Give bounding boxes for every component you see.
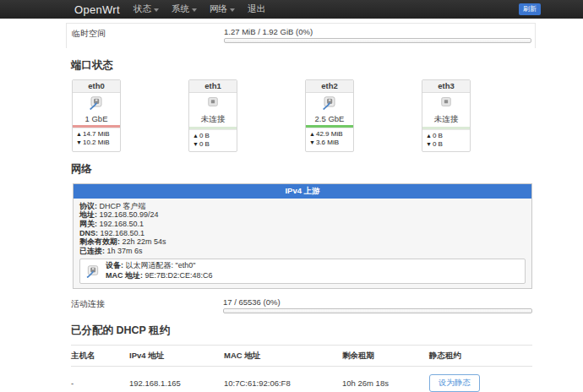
chevron-down-icon [154,8,159,12]
upload-icon: ▲ [426,133,432,139]
active-connections-progressbar [223,308,532,313]
gateway-row: 网关: 192.168.50.1 [79,220,526,229]
port-rx: 0 B [433,140,443,148]
ethernet-port-connected-icon [88,95,105,110]
menu-status-label: 状态 [133,3,151,15]
openwrt-logo: OpenWrt [74,3,120,16]
lease-hostname: - [71,367,129,392]
port-traffic-stats: ▲0 B ▼0 B [189,129,237,151]
top-nav-bar: OpenWrt 状态 系统 网络 退出 刷新 [0,0,583,19]
download-icon: ▼ [76,139,82,145]
tmpfs-progressbar [224,38,531,43]
chevron-down-icon [230,8,235,12]
download-icon: ▼ [426,141,432,147]
active-connections-value: 17 / 65536 (0%) [223,297,532,307]
ethernet-port-disconnected-icon [438,95,455,110]
dhcp-leases-table: 主机名 IPv4 地址 MAC 地址 剩余租期 静态租约 - 192.168.1… [71,345,532,392]
active-connections-label: 活动连接 [71,297,223,310]
ethernet-port-disconnected-icon [204,95,221,110]
download-icon: ▼ [309,139,315,145]
menu-logout[interactable]: 退出 [248,3,265,15]
port-rx: 0 B [199,140,210,148]
ipv4-upstream-header: IPv4 上游 [74,184,531,199]
port-name: eth0 [73,80,120,93]
port-traffic-stats: ▲42.9 MiB ▼3.6 MiB [306,128,353,150]
port-name: eth3 [422,80,470,93]
tmpfs-value: 1.27 MiB / 1.92 GiB (0%) [224,27,531,36]
upload-icon: ▲ [76,131,82,137]
port-speed: 未连接 [422,114,470,125]
dns-row: DNS: 192.168.50.1 [79,229,526,238]
port-status-title: 端口状态 [71,58,532,73]
main-menu: 状态 系统 网络 退出 [133,3,265,15]
port-tx: 0 B [433,132,443,139]
lease-mac: 10:7C:61:92:06:F8 [224,367,342,392]
port-card-eth0: eth0 1 GbE ▲14.7 MiB ▼10.2 MiB [72,79,121,152]
protocol-row: 协议: DHCP 客户端 [79,202,526,211]
menu-network-label: 网络 [210,3,227,15]
chevron-down-icon [192,8,197,12]
col-ipv4: IPv4 地址 [129,346,224,366]
active-connections-row: 活动连接 17 / 65536 (0%) [71,297,532,313]
upload-icon: ▲ [193,133,199,139]
connected-time-row: 已连接: 1h 37m 6s [79,247,526,256]
dhcp-leases-title: 已分配的 DHCP 租约 [71,324,532,338]
menu-status[interactable]: 状态 [133,3,159,15]
col-hostname: 主机名 [71,346,129,366]
port-card-eth1: eth1 未连接 ▲0 B ▼0 B [188,79,237,152]
network-section-title: 网络 [71,162,532,177]
page-content: 临时空间 1.27 MiB / 1.92 GiB (0%) 端口状态 eth0 … [0,23,583,392]
menu-system[interactable]: 系统 [172,3,197,15]
lease-expires-row: 剩余有效期: 22h 22m 54s [79,237,526,247]
col-lease-remaining: 剩余租期 [342,346,429,366]
port-card-eth2: eth2 2.5 GbE ▲42.9 MiB ▼3.6 MiB [305,79,354,152]
port-tx: 0 B [199,132,210,139]
ipv4-upstream-box: IPv4 上游 协议: DHCP 客户端 地址: 192.168.50.99/2… [73,183,532,289]
tmpfs-label: 临时空间 [72,27,224,40]
port-speed: 未连接 [189,114,237,125]
set-static-button[interactable]: 设为静态 [429,374,480,392]
dhcp-lease-row: - 192.168.1.165 10:7C:61:92:06:F8 10h 26… [71,367,532,392]
address-row: 地址: 192.168.50.99/24 [79,210,526,220]
system-status-section-partial: 临时空间 1.27 MiB / 1.92 GiB (0%) [66,23,536,48]
port-name: eth1 [189,80,237,93]
port-cards: eth0 1 GbE ▲14.7 MiB ▼10.2 MiB eth1 未连接 … [72,79,532,152]
port-rx: 10.2 MiB [83,139,110,146]
dhcp-table-header: 主机名 IPv4 地址 MAC 地址 剩余租期 静态租约 [71,345,532,367]
ethernet-adapter-icon [85,264,101,278]
port-tx: 42.9 MiB [316,130,343,138]
port-card-eth3: eth3 未连接 ▲0 B ▼0 B [422,79,471,152]
upload-icon: ▲ [309,131,315,137]
col-static-lease: 静态租约 [429,346,532,366]
lease-remaining: 10h 26m 18s [342,367,429,392]
port-tx: 14.7 MiB [83,130,110,138]
port-name: eth2 [306,80,353,93]
menu-logout-label: 退出 [248,3,265,15]
lease-ipv4: 192.168.1.165 [129,367,224,392]
menu-system-label: 系统 [172,3,189,15]
port-speed: 1 GbE [73,114,120,123]
port-traffic-stats: ▲14.7 MiB ▼10.2 MiB [73,128,120,150]
port-speed: 2.5 GbE [306,114,353,123]
menu-network[interactable]: 网络 [210,3,235,15]
tmpfs-row: 临时空间 1.27 MiB / 1.92 GiB (0%) [72,27,531,43]
device-line: 设备: 以太网适配器: "eth0" [106,261,213,271]
port-rx: 3.6 MiB [316,139,339,146]
refresh-badge[interactable]: 刷新 [519,3,541,15]
download-icon: ▼ [193,141,199,147]
mac-line: MAC 地址: 9E:7B:D2:CE:48:C6 [106,271,213,281]
ethernet-port-connected-icon [321,95,338,110]
port-traffic-stats: ▲0 B ▼0 B [422,129,470,151]
device-info-box: 设备: 以太网适配器: "eth0" MAC 地址: 9E:7B:D2:CE:4… [79,259,526,283]
col-mac: MAC 地址 [224,346,342,366]
